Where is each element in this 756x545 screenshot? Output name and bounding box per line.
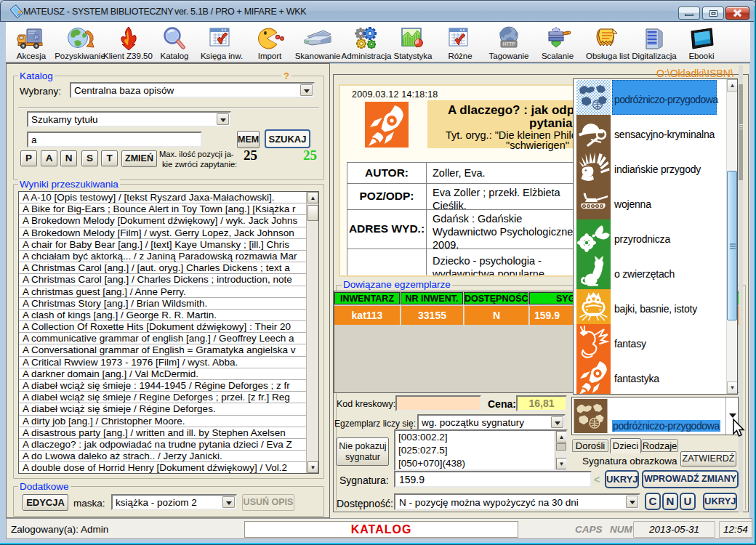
svg-text:HTTP: HTTP bbox=[503, 41, 516, 47]
svg-text:P: P bbox=[34, 34, 38, 41]
